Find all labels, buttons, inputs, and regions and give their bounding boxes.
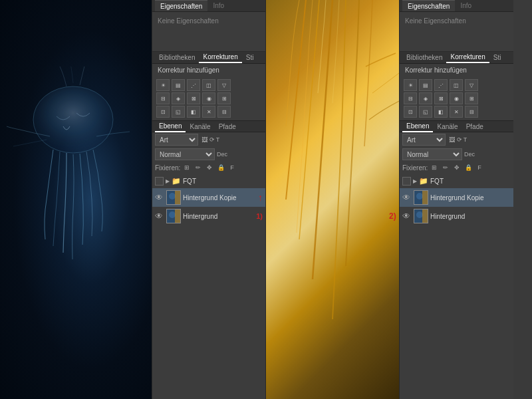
exposure-icon[interactable]: ◫: [202, 79, 215, 91]
eye-icon-kopie-right[interactable]: 👁: [402, 193, 412, 202]
layer-item-hintergrund-right[interactable]: 2) 👁 Hintergrund: [400, 207, 513, 225]
layer-mode-select-right[interactable]: Normal: [402, 148, 462, 160]
corrections-header-right: Korrektur hinzufügen: [400, 64, 513, 76]
eye-icon-kopie-middle[interactable]: 👁: [155, 193, 164, 202]
layer-item-hintergrund-kopie-middle[interactable]: 👁 Hintergrund Kopie ↑: [152, 188, 265, 207]
tab-bibliotheken-right[interactable]: Bibliotheken: [402, 53, 446, 63]
threshold-icon-right[interactable]: ◧: [434, 106, 448, 118]
tab-ebenen-middle[interactable]: Ebenen: [155, 121, 186, 132]
fix-move-icon[interactable]: ✥: [205, 163, 214, 172]
layer-group-fqt-right[interactable]: ▶ 📁 FQT: [400, 174, 513, 188]
annotation-1-middle: 1): [256, 212, 263, 220]
fixieren-row-middle: Fixieren: ⊞ ✏ ✥ 🔒 F: [152, 162, 265, 174]
fill-label-right: F: [477, 164, 481, 171]
svg-rect-3: [175, 191, 181, 205]
layer-name-kopie-middle: Hintergrund Kopie: [183, 194, 256, 201]
layer-thumb-hintergrund-right: [414, 209, 428, 223]
curves-icon[interactable]: ⋰: [187, 79, 200, 91]
gradient-map-icon[interactable]: ✕: [202, 106, 215, 118]
photo-filter-icon-right[interactable]: ◉: [450, 92, 463, 104]
layer-group-visibility-check-right[interactable]: [402, 177, 411, 186]
no-properties-label-middle: Keine Eigenschaften: [158, 16, 260, 25]
tab-pfade-right[interactable]: Pfade: [462, 122, 487, 132]
corrections-header-middle: Korrektur hinzufügen: [152, 64, 265, 76]
layer-item-hintergrund-middle[interactable]: 👁 Hintergrund 1): [152, 207, 265, 225]
layer-mode-row-right: Normal Dec: [400, 147, 513, 162]
gradient-map-icon-right[interactable]: ✕: [450, 106, 463, 118]
brightness-icon-right[interactable]: ☀: [404, 79, 417, 91]
layer-item-hintergrund-kopie-right[interactable]: 👁 Hintergrund Kopie: [400, 188, 513, 207]
annotation-arrow-middle: ↑: [258, 192, 263, 203]
tab-eigenschaften-right[interactable]: Eigenschaften: [402, 0, 455, 11]
fix-brush-icon-right[interactable]: ✏: [441, 163, 450, 172]
properties-content-middle: Keine Eigenschaften: [152, 12, 265, 52]
no-properties-label-right: Keine Eigenschaften: [405, 16, 508, 25]
correction-icons-row2-right: ⊟ ◈ ⊠ ◉ ⊞: [404, 92, 509, 104]
tab-kanaele-middle[interactable]: Kanäle: [186, 122, 214, 132]
fix-checkerboard-icon[interactable]: ⊞: [182, 163, 192, 172]
gradient-icon-right[interactable]: ▽: [465, 79, 478, 91]
hsl-icon-right[interactable]: ◈: [419, 92, 432, 104]
channel-mix-icon-right[interactable]: ⊞: [465, 92, 478, 104]
tab-ebenen-right[interactable]: Ebenen: [402, 121, 433, 132]
invert-icon-right[interactable]: ⊡: [404, 106, 417, 118]
tab-pfade-middle[interactable]: Pfade: [215, 122, 240, 132]
layers-tab-bar-right: Ebenen Kanäle Pfade: [400, 120, 513, 132]
layer-group-fqt-middle[interactable]: ▶ 📁 FQT: [152, 174, 265, 188]
threshold-icon[interactable]: ◧: [187, 106, 200, 118]
group-expand-icon[interactable]: ▶: [166, 178, 170, 184]
vibrance-icon[interactable]: ⊟: [156, 92, 170, 104]
posterize-icon-right[interactable]: ◱: [419, 106, 432, 118]
tab-korrekturen-right[interactable]: Korrekturen: [446, 52, 489, 63]
vibrance-icon-right[interactable]: ⊟: [404, 92, 417, 104]
brightness-icon[interactable]: ☀: [156, 79, 170, 91]
selective-color-icon-right[interactable]: ⊟: [465, 106, 478, 118]
gradient-icon[interactable]: ▽: [217, 79, 231, 91]
levels-icon[interactable]: ▤: [172, 79, 185, 91]
curves-icon-right[interactable]: ⋰: [434, 79, 448, 91]
correction-icons-middle: ☀ ▤ ⋰ ◫ ▽ ⊟ ◈ ⊠ ◉ ⊞ ⊡ ◱ ◧ ✕ ⊟: [152, 76, 265, 120]
posterize-icon[interactable]: ◱: [172, 106, 185, 118]
layer-mode-select-middle[interactable]: Normal: [155, 148, 215, 160]
layer-type-select-middle[interactable]: Art: [155, 134, 198, 146]
fix-brush-icon[interactable]: ✏: [194, 163, 203, 172]
color-balance-icon-right[interactable]: ⊠: [434, 92, 448, 104]
tab-bibliotheken-middle[interactable]: Bibliotheken: [155, 53, 199, 63]
tab-sti-middle[interactable]: Sti: [242, 53, 258, 63]
fix-checkerboard-icon-right[interactable]: ⊞: [430, 163, 439, 172]
levels-icon-right[interactable]: ▤: [419, 79, 432, 91]
tab-info-right[interactable]: Info: [455, 0, 477, 11]
tab-sti-right[interactable]: Sti: [489, 53, 505, 63]
fix-move-icon-right[interactable]: ✥: [452, 163, 462, 172]
eye-icon-hintergrund-right[interactable]: 👁: [402, 211, 412, 221]
svg-point-8: [416, 193, 423, 200]
fix-lock-icon[interactable]: 🔒: [216, 163, 225, 172]
correction-icons-row3: ⊡ ◱ ◧ ✕ ⊟: [156, 106, 261, 118]
fix-lock-icon-right[interactable]: 🔒: [464, 163, 473, 172]
exposure-icon-right[interactable]: ◫: [450, 79, 463, 91]
tab-info-middle[interactable]: Info: [207, 0, 229, 11]
color-balance-icon[interactable]: ⊠: [187, 92, 200, 104]
tab-korrekturen-middle[interactable]: Korrekturen: [199, 52, 241, 63]
correction-icons-right: ☀ ▤ ⋰ ◫ ▽ ⊟ ◈ ⊠ ◉ ⊞ ⊡ ◱ ◧ ✕ ⊟: [400, 76, 513, 120]
folder-icon-right: 📁: [419, 177, 428, 186]
corrections-tab-bar-middle: Bibliotheken Korrekturen Sti: [152, 52, 265, 64]
invert-icon[interactable]: ⊡: [156, 106, 170, 118]
selective-color-icon[interactable]: ⊟: [217, 106, 231, 118]
tab-kanaele-right[interactable]: Kanäle: [433, 122, 462, 132]
hair-image: [266, 0, 399, 399]
fixieren-row-right: Fixieren: ⊞ ✏ ✥ 🔒 F: [400, 162, 513, 174]
layer-controls-middle: Art 🖼 ⟳ T Normal Dec Fixieren: ⊞ ✏ ✥ 🔒 F: [152, 132, 265, 174]
tab-eigenschaften-middle[interactable]: Eigenschaften: [155, 0, 207, 11]
layer-thumb-kopie-right: [414, 190, 428, 205]
channel-mix-icon[interactable]: ⊞: [217, 92, 231, 104]
eye-icon-hintergrund-middle[interactable]: 👁: [155, 211, 164, 221]
opacity-label-right: Dec: [464, 151, 475, 158]
layer-group-visibility-check[interactable]: [155, 177, 164, 186]
hsl-icon[interactable]: ◈: [172, 92, 185, 104]
layer-type-select-right[interactable]: Art: [402, 134, 446, 146]
group-expand-icon-right[interactable]: ▶: [413, 178, 417, 184]
layer-icons-right: 🖼 ⟳ T: [449, 136, 467, 143]
left-image-panel: [0, 0, 152, 399]
photo-filter-icon[interactable]: ◉: [202, 92, 215, 104]
